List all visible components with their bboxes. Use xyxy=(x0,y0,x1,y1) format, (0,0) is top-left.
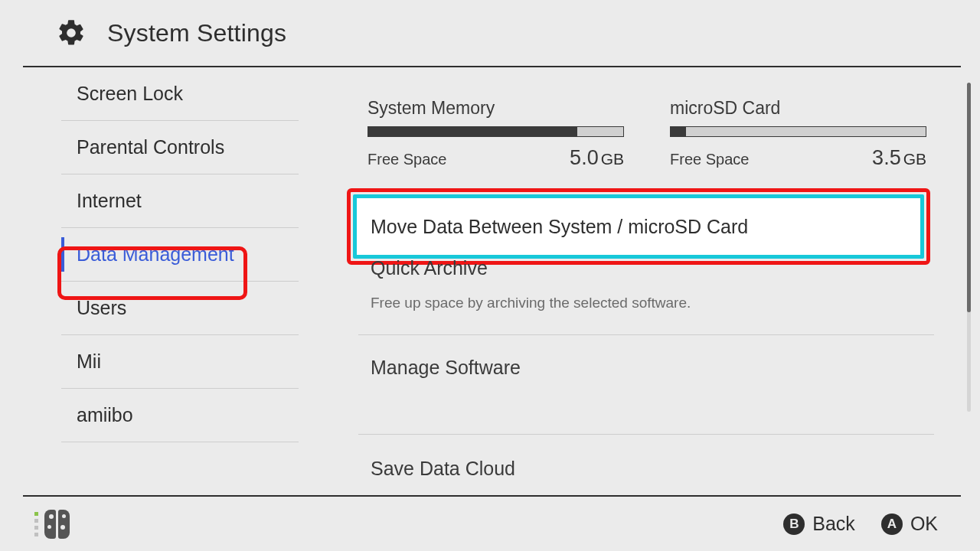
header: System Settings xyxy=(23,0,961,67)
sidebar-item-label: Mii xyxy=(77,350,101,373)
sidebar-item-label: Data Management xyxy=(77,243,234,266)
free-space-label: Free Space xyxy=(670,151,749,168)
list-subtitle: Free up space by archiving the selected … xyxy=(371,295,934,311)
storage-meter-fill xyxy=(368,127,577,136)
free-space-label: Free Space xyxy=(368,151,446,168)
storage-microsd-card: microSD Card Free Space 3.5GB xyxy=(670,98,926,170)
free-space-value: 5.0 xyxy=(570,146,599,169)
controller-indicator-icon xyxy=(34,510,70,539)
sidebar-item-users[interactable]: Users xyxy=(61,282,299,335)
sidebar-item-label: Screen Lock xyxy=(77,83,183,105)
storage-section: System Memory Free Space 5.0GB microSD C… xyxy=(314,98,980,170)
sidebar-item-label: Internet xyxy=(77,190,142,212)
hint-label: Back xyxy=(812,513,855,535)
storage-meter xyxy=(368,126,624,137)
sidebar-item-mii[interactable]: Mii xyxy=(61,335,299,389)
list-title: Quick Archive xyxy=(371,257,934,279)
back-button[interactable]: B Back xyxy=(783,513,855,535)
option-manage-software[interactable]: Manage Software xyxy=(358,334,934,434)
hint-label: OK xyxy=(910,513,938,535)
list-title: Manage Software xyxy=(371,357,934,379)
free-space-unit: GB xyxy=(601,150,624,168)
options-list: Quick Archive Free up space by archiving… xyxy=(314,246,980,492)
list-title: Save Data Cloud xyxy=(371,458,934,480)
sidebar-item-label: amiibo xyxy=(77,404,133,426)
ok-button[interactable]: A OK xyxy=(881,513,938,535)
sidebar-item-data-management[interactable]: Data Management xyxy=(61,228,299,282)
free-space-unit: GB xyxy=(903,150,926,168)
sidebar-item-label: Parental Controls xyxy=(77,136,224,158)
a-glyph-icon: A xyxy=(881,514,903,535)
sidebar-item-screen-lock[interactable]: Screen Lock xyxy=(61,67,299,121)
option-quick-archive[interactable]: Quick Archive Free up space by archiving… xyxy=(358,246,934,334)
sidebar-item-label: Users xyxy=(77,297,126,319)
list-title: Move Data Between System / microSD Card xyxy=(371,216,748,238)
sidebar-item-internet[interactable]: Internet xyxy=(61,174,299,228)
gear-icon xyxy=(52,14,90,52)
storage-meter-fill xyxy=(671,127,686,136)
main-panel: System Memory Free Space 5.0GB microSD C… xyxy=(314,67,980,494)
storage-system-memory: System Memory Free Space 5.0GB xyxy=(368,98,624,170)
scrollbar-thumb[interactable] xyxy=(967,83,971,312)
sidebar: Screen Lock Parental Controls Internet D… xyxy=(0,67,314,494)
storage-meter xyxy=(670,126,926,137)
free-space-value: 3.5 xyxy=(872,146,901,169)
b-glyph-icon: B xyxy=(783,514,805,535)
option-save-data-cloud[interactable]: Save Data Cloud xyxy=(358,434,934,492)
sidebar-item-amiibo[interactable]: amiibo xyxy=(61,389,299,442)
footer: B Back A OK xyxy=(23,495,961,551)
page-title: System Settings xyxy=(107,19,286,47)
storage-title: System Memory xyxy=(368,98,624,119)
storage-title: microSD Card xyxy=(670,98,926,119)
sidebar-item-parental-controls[interactable]: Parental Controls xyxy=(61,121,299,174)
